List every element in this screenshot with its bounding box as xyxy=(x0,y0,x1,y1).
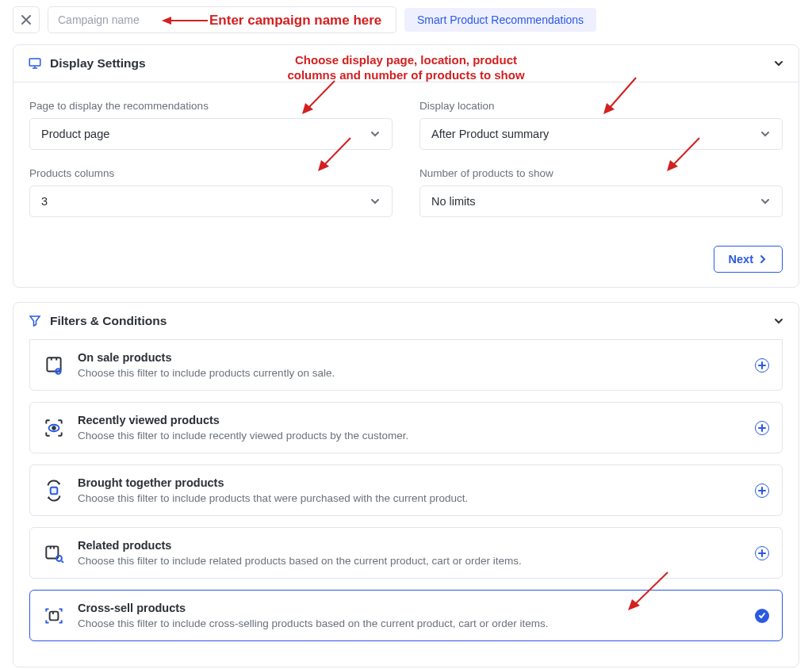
filter-desc: Choose this filter to include related pr… xyxy=(78,555,742,567)
chevron-down-icon xyxy=(370,196,381,207)
eye-scan-icon xyxy=(43,417,65,439)
filter-icon xyxy=(28,314,42,328)
filter-desc: Choose this filter to include products c… xyxy=(78,367,742,379)
selected-check-icon xyxy=(755,609,769,623)
field-label: Page to display the recommendations xyxy=(29,100,393,112)
section-title: Display Settings xyxy=(50,56,146,71)
select-value: Product page xyxy=(41,128,109,140)
monitor-icon xyxy=(28,56,42,71)
filter-on-sale[interactable]: On sale products Choose this filter to i… xyxy=(29,339,783,391)
filter-related[interactable]: Related products Choose this filter to i… xyxy=(29,527,783,579)
filter-title: Cross-sell products xyxy=(78,602,742,614)
chevron-down-icon xyxy=(760,196,771,207)
field-label: Products columns xyxy=(29,167,393,179)
filter-brought-together[interactable]: Brought together products Choose this fi… xyxy=(29,464,783,516)
filter-desc: Choose this filter to include recently v… xyxy=(78,430,742,442)
filters-header[interactable]: Filters & Conditions xyxy=(13,303,799,339)
select-value: After Product summary xyxy=(431,128,549,140)
chevron-down-icon xyxy=(370,128,381,140)
filter-desc: Choose this filter to include products t… xyxy=(78,492,742,504)
svg-rect-2 xyxy=(29,59,40,66)
filter-recently-viewed[interactable]: Recently viewed products Choose this fil… xyxy=(29,402,783,453)
sale-icon xyxy=(43,354,65,377)
display-settings-header[interactable]: Display Settings Choose display page, lo… xyxy=(13,45,799,82)
columns-select[interactable]: 3 xyxy=(29,185,393,217)
svg-point-16 xyxy=(52,426,55,429)
filter-title: Brought together products xyxy=(78,476,742,489)
box-search-icon xyxy=(43,542,65,564)
chevron-down-icon xyxy=(760,128,771,140)
filter-title: On sale products xyxy=(78,351,742,364)
select-value: No limits xyxy=(431,195,476,208)
field-label: Number of products to show xyxy=(419,167,783,179)
chevron-right-icon xyxy=(758,254,768,264)
add-filter-button[interactable] xyxy=(755,358,769,373)
location-select[interactable]: After Product summary xyxy=(419,118,783,150)
filter-cross-sell[interactable]: Cross-sell products Choose this filter t… xyxy=(29,590,783,641)
box-expand-icon xyxy=(43,605,65,627)
campaign-type-badge: Smart Product Recommendations xyxy=(404,8,596,32)
chevron-down-icon xyxy=(773,315,784,327)
filters-card: Filters & Conditions On sale products Ch… xyxy=(13,302,799,667)
num-products-select[interactable]: No limits xyxy=(419,185,783,217)
next-button[interactable]: Next xyxy=(714,246,783,273)
select-value: 3 xyxy=(41,195,48,208)
field-label: Display location xyxy=(419,100,783,112)
annotation-text: Choose display page, location, product c… xyxy=(287,53,524,83)
filter-title: Related products xyxy=(78,539,742,552)
add-filter-button[interactable] xyxy=(755,546,769,560)
close-icon xyxy=(21,15,31,25)
svg-rect-17 xyxy=(51,487,58,494)
display-settings-card: Display Settings Choose display page, lo… xyxy=(13,44,799,288)
next-label: Next xyxy=(729,253,753,266)
svg-rect-20 xyxy=(50,611,59,620)
add-filter-button[interactable] xyxy=(755,421,769,435)
section-title: Filters & Conditions xyxy=(50,314,167,328)
page-select[interactable]: Product page xyxy=(29,118,393,150)
filter-title: Recently viewed products xyxy=(78,414,742,426)
add-filter-button[interactable] xyxy=(755,484,769,498)
close-button[interactable] xyxy=(13,6,40,33)
refresh-bag-icon xyxy=(43,480,65,502)
campaign-name-input[interactable] xyxy=(48,6,396,33)
chevron-down-icon xyxy=(773,58,784,69)
filter-desc: Choose this filter to include cross-sell… xyxy=(78,617,742,629)
